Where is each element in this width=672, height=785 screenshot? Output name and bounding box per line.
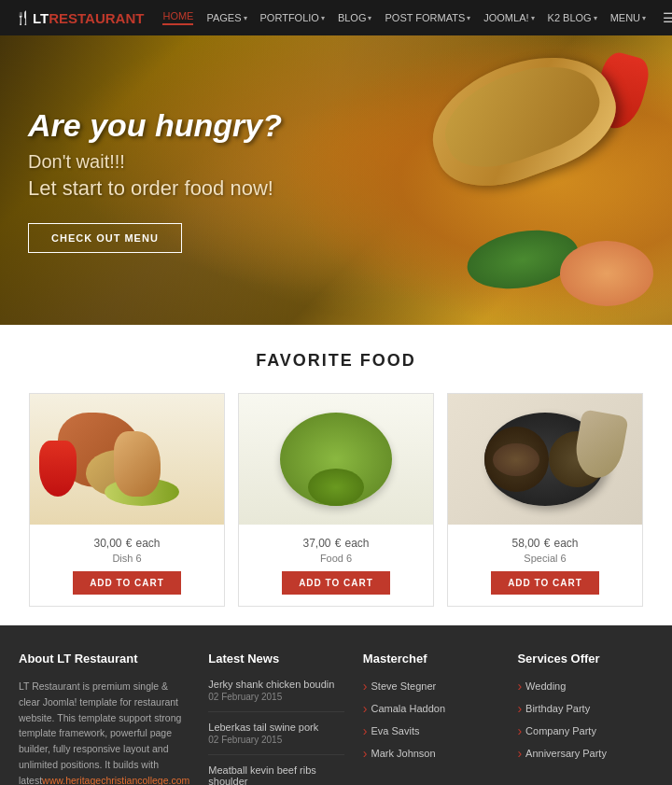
logo[interactable]: 🍴 LT RESTAURANT: [15, 10, 144, 26]
hero-subtitle1: Don't wait!!!: [28, 151, 282, 173]
news-item-3[interactable]: Meatball kevin beef ribs shoulder 02 Feb…: [208, 764, 344, 785]
hamburger-menu-icon[interactable]: ☰: [663, 10, 672, 25]
chevron-down-icon: ▾: [531, 14, 535, 22]
food-card-1: 30,00 € each Dish 6 ADD TO CART: [29, 393, 225, 607]
nav-item-portfolio[interactable]: PORTFOLIO ▾: [260, 12, 325, 23]
masterchef-item-4[interactable]: Mark Johnson: [363, 746, 499, 761]
add-to-cart-button-3[interactable]: ADD TO CART: [491, 571, 599, 595]
food-price-3: 58,00 € each: [448, 534, 642, 550]
food-image-2: [239, 394, 433, 525]
masterchef-item-2[interactable]: Camala Haddon: [363, 701, 499, 716]
news-item-1-date: 02 February 2015: [208, 692, 344, 702]
footer-news-title: Latest News: [208, 652, 344, 666]
nav-item-k2blog[interactable]: K2 BLOG ▾: [548, 12, 597, 23]
logo-lt: LT: [33, 10, 49, 26]
nav-item-joomla[interactable]: JOOMLA! ▾: [483, 12, 534, 23]
header: 🍴 LT RESTAURANT HOME PAGES ▾ PORTFOLIO ▾…: [0, 0, 672, 35]
footer-services-title: Services Offer: [517, 652, 653, 666]
chevron-down-icon: ▾: [594, 14, 597, 22]
nav-item-post-formats[interactable]: POST FORMATS ▾: [385, 12, 470, 23]
food-price-1: 30,00 € each: [30, 534, 224, 550]
food-name-2: Food 6: [239, 553, 433, 564]
chevron-down-icon: ▾: [467, 14, 470, 22]
chevron-down-icon: ▾: [642, 14, 646, 22]
footer-about-text: LT Restaurant is premium single & clear …: [19, 679, 189, 785]
food-name-3: Special 6: [448, 553, 642, 564]
footer: About LT Restaurant LT Restaurant is pre…: [0, 625, 672, 785]
food-price-2: 37,00 € each: [239, 534, 433, 550]
food-card-3: 58,00 € each Special 6 ADD TO CART: [447, 393, 643, 607]
logo-fork-icon: 🍴: [15, 10, 31, 25]
footer-masterchef-title: Masterchef: [363, 652, 499, 666]
chevron-down-icon: ▾: [321, 14, 325, 22]
food-section-title: FAVORITE FOOD: [15, 351, 657, 371]
services-item-birthday[interactable]: Birthday Party: [517, 701, 653, 716]
services-item-wedding[interactable]: Wedding: [517, 679, 653, 694]
checkout-menu-button[interactable]: CHECK OUT MENU: [28, 223, 182, 253]
food-image-1: [30, 394, 224, 525]
add-to-cart-button-1[interactable]: ADD TO CART: [73, 571, 181, 595]
nav-item-home[interactable]: HOME: [162, 10, 193, 25]
chevron-down-icon: ▾: [368, 14, 371, 22]
nav-item-blog[interactable]: BLOG ▾: [338, 12, 372, 23]
footer-services-col: Services Offer Wedding Birthday Party Co…: [517, 652, 653, 785]
nav-item-menu[interactable]: MENU ▾: [610, 12, 646, 23]
food-card-2: 37,00 € each Food 6 ADD TO CART: [238, 393, 434, 607]
main-nav: HOME PAGES ▾ PORTFOLIO ▾ BLOG ▾ POST FOR…: [162, 10, 672, 25]
hero-section: Are you hungry? Don't wait!!! Let start …: [0, 35, 672, 325]
footer-masterchef-col: Masterchef Steve Stegner Camala Haddon E…: [363, 652, 499, 785]
footer-grid: About LT Restaurant LT Restaurant is pre…: [19, 652, 653, 785]
news-item-2-title[interactable]: Leberkas tail swine pork: [208, 722, 344, 733]
news-item-1[interactable]: Jerky shank chicken boudin 02 February 2…: [208, 679, 344, 712]
masterchef-item-3[interactable]: Eva Savits: [363, 723, 499, 738]
hero-content: Are you hungry? Don't wait!!! Let start …: [0, 79, 310, 281]
shrimp-decoration: [560, 241, 653, 306]
burrito-decoration: [416, 35, 630, 204]
chevron-down-icon: ▾: [244, 14, 247, 22]
news-item-1-title[interactable]: Jerky shank chicken boudin: [208, 679, 344, 690]
footer-link-website[interactable]: www.heritagechristiancollege.com: [42, 775, 189, 785]
masterchef-item-1[interactable]: Steve Stegner: [363, 679, 499, 694]
hero-subtitle2: Let start to order food now!: [28, 176, 282, 201]
add-to-cart-button-2[interactable]: ADD TO CART: [282, 571, 390, 595]
hero-food-image: [280, 35, 672, 325]
footer-about-title: About LT Restaurant: [19, 652, 189, 666]
news-item-2-date: 02 February 2015: [208, 735, 344, 745]
nav-item-pages[interactable]: PAGES ▾: [206, 12, 246, 23]
news-item-2[interactable]: Leberkas tail swine pork 02 February 201…: [208, 722, 344, 755]
footer-about-col: About LT Restaurant LT Restaurant is pre…: [19, 652, 189, 785]
food-section: FAVORITE FOOD 30,00 € each Dish 6 ADD TO…: [0, 325, 672, 625]
food-grid: 30,00 € each Dish 6 ADD TO CART 37,00 € …: [15, 393, 657, 607]
services-item-anniversary[interactable]: Anniversary Party: [517, 746, 653, 761]
food-name-1: Dish 6: [30, 553, 224, 564]
footer-news-col: Latest News Jerky shank chicken boudin 0…: [208, 652, 344, 785]
services-item-company[interactable]: Company Party: [517, 723, 653, 738]
news-item-3-title[interactable]: Meatball kevin beef ribs shoulder: [208, 764, 344, 785]
logo-restaurant: RESTAURANT: [49, 10, 144, 26]
hero-title: Are you hungry?: [28, 107, 282, 144]
food-image-3: [448, 394, 642, 525]
